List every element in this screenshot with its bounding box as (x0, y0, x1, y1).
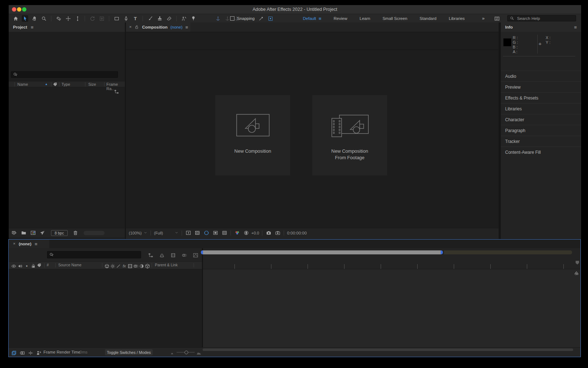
motion-blur-icon[interactable] (181, 252, 187, 258)
frame-blend-icon[interactable] (127, 263, 133, 269)
toggle-switches-modes-button[interactable]: Toggle Switches / Modes (105, 349, 153, 355)
delete-icon[interactable] (72, 230, 79, 236)
lock-icon[interactable] (31, 263, 36, 269)
comp-mini-icon[interactable] (573, 270, 579, 276)
in-out-pane-icon[interactable] (28, 350, 34, 356)
project-flowchart-icon[interactable] (114, 89, 119, 94)
label-column-icon[interactable] (37, 263, 42, 268)
shy-icon[interactable] (104, 263, 110, 269)
project-search-input[interactable] (20, 72, 116, 77)
comp-marker-bin-icon[interactable] (574, 259, 580, 266)
new-composition-from-footage-card[interactable]: New CompositionFrom Footage (312, 95, 387, 175)
sidebar-panel-character[interactable]: Character (501, 114, 581, 125)
workspace-tab-libraries[interactable]: Libraries (443, 16, 471, 21)
zoom-in-icon[interactable] (195, 350, 202, 356)
column-type[interactable]: Type (62, 82, 70, 86)
timeline-search-input[interactable] (56, 252, 139, 257)
solo-icon[interactable]: ● (24, 263, 29, 269)
video-eye-icon[interactable] (11, 263, 16, 269)
layer-list-area[interactable] (9, 269, 202, 347)
home-icon[interactable] (12, 15, 19, 22)
roto-brush-tool-icon[interactable] (181, 15, 187, 22)
composition-tab[interactable]: × Composition (none) ≡ (126, 22, 190, 32)
panel-menu-icon[interactable]: ≡ (574, 25, 577, 30)
sort-ascending-icon[interactable]: ▲ (45, 83, 48, 86)
close-tab-icon[interactable]: × (13, 242, 16, 246)
panel-menu-icon[interactable]: ≡ (35, 242, 38, 246)
snapping-checkbox[interactable] (230, 16, 234, 21)
dolly-camera-tool-icon[interactable] (74, 15, 81, 22)
rotation-tool-icon[interactable] (89, 15, 96, 22)
column-index[interactable]: # (47, 263, 49, 267)
timecode-display[interactable]: 0:00:00:00 (287, 231, 306, 235)
adjustment-layer-icon[interactable] (139, 263, 144, 269)
work-area-bar[interactable] (203, 250, 441, 254)
panel-menu-icon[interactable]: ≡ (185, 25, 188, 30)
timeline-tab[interactable]: × (none) ≡ (9, 240, 49, 248)
render-time-pane-icon[interactable] (36, 350, 42, 356)
region-of-interest-icon[interactable] (212, 230, 219, 236)
column-parent-link[interactable]: Parent & Link (155, 263, 178, 267)
label-column-icon[interactable] (52, 82, 58, 87)
column-name[interactable]: Name (17, 82, 28, 86)
snap-features-icon[interactable] (267, 15, 274, 22)
column-source-name[interactable]: Source Name (58, 263, 81, 267)
quality-icon[interactable] (116, 263, 121, 269)
frame-blending-icon[interactable] (170, 252, 176, 258)
zoom-slider-knob[interactable] (185, 351, 188, 354)
type-tool-icon[interactable]: T (132, 15, 139, 22)
mask-visibility-icon[interactable] (203, 230, 210, 236)
workspace-tab-default[interactable]: Default≡ (297, 16, 327, 21)
project-tab[interactable]: Project ≡ (9, 22, 125, 32)
pen-tool-icon[interactable] (123, 15, 129, 22)
track-body[interactable] (203, 269, 580, 347)
interpret-footage-icon[interactable] (11, 230, 17, 236)
collapse-transformations-icon[interactable] (110, 263, 115, 269)
exposure-value[interactable]: +0.0 (251, 231, 259, 235)
transparency-grid-icon[interactable] (194, 230, 200, 236)
unlock-icon[interactable] (135, 25, 139, 30)
orbit-camera-tool-icon[interactable] (55, 15, 62, 22)
resolution-dropdown[interactable]: (Full) (154, 231, 173, 235)
3d-layer-icon[interactable] (145, 263, 150, 269)
exposure-icon[interactable] (243, 230, 249, 236)
sidebar-panel-preview[interactable]: Preview (501, 81, 581, 92)
workspace-menu-icon[interactable]: ≡ (318, 16, 321, 21)
snapshot-icon[interactable] (265, 230, 272, 236)
effects-fx-icon[interactable]: fx (122, 263, 127, 269)
close-tab-icon[interactable]: × (129, 25, 132, 29)
sidebar-panel-tracker[interactable]: Tracker (501, 136, 581, 147)
channel-rgb-icon[interactable] (234, 230, 240, 236)
grid-guides-icon[interactable] (221, 230, 228, 236)
help-search-input[interactable] (516, 16, 568, 21)
draft-3d-icon[interactable] (158, 252, 165, 258)
zoom-tool-icon[interactable] (41, 15, 47, 22)
horizontal-scrollbar[interactable] (203, 348, 573, 351)
gra ph-editor-icon[interactable] (192, 252, 199, 258)
time-navigator-track[interactable] (444, 250, 572, 254)
chevron-down-icon[interactable] (174, 231, 179, 235)
layer-switches-pane-icon[interactable] (11, 350, 17, 356)
motion-blur-switch-icon[interactable] (133, 263, 139, 269)
timeline-ruler[interactable] (203, 248, 580, 269)
proxy-icon[interactable] (39, 230, 46, 236)
project-scrollbar[interactable] (84, 231, 105, 235)
magnification-dropdown[interactable]: (100%) (129, 231, 141, 235)
puppet-pin-tool-icon[interactable] (190, 15, 196, 22)
workspace-tab-review[interactable]: Review (327, 16, 354, 21)
column-size[interactable]: Size (88, 82, 96, 86)
info-tab[interactable]: Info ≡ (501, 22, 581, 32)
zoom-out-icon[interactable] (169, 350, 175, 356)
panel-menu-icon[interactable]: ≡ (31, 25, 34, 30)
color-depth-button[interactable]: 8 bpc (51, 230, 68, 236)
workspace-tab-small-screen[interactable]: Small Screen (376, 16, 413, 21)
camera-tool-icon[interactable] (98, 15, 105, 22)
sidebar-panel-content-aware-fill[interactable]: Content-Aware Fill (501, 147, 581, 157)
sidebar-panel-audio[interactable]: Audio (501, 71, 581, 81)
show-snapshot-icon[interactable] (274, 230, 281, 236)
chevron-down-icon[interactable] (143, 231, 148, 235)
hand-tool-icon[interactable] (31, 15, 38, 22)
local-axis-mode-icon[interactable] (215, 15, 221, 22)
new-folder-icon[interactable] (20, 230, 27, 236)
audio-icon[interactable] (18, 263, 23, 269)
